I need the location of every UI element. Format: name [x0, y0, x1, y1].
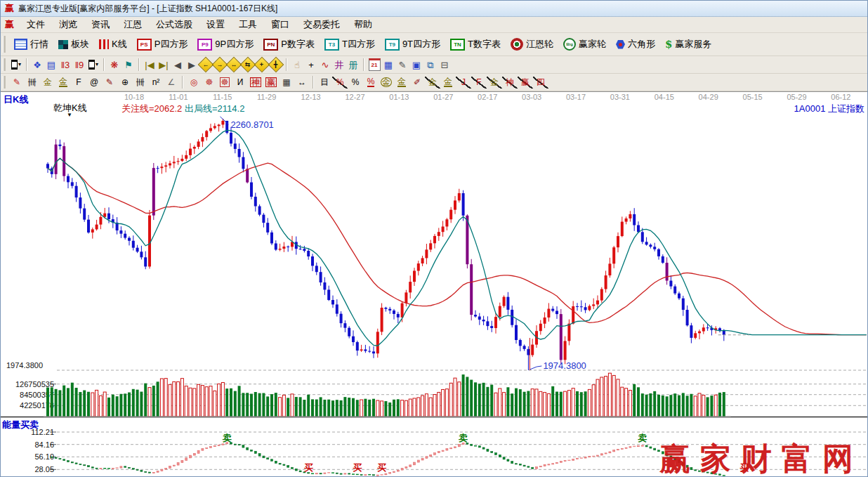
f-angle-icon[interactable]: F — [471, 77, 487, 89]
navigation-toolbar: ▾❖▤‖3‖9▾❋⚑|◀▶|◀▶←→↔⇆+╋☝+∿井册21▦✎▣⧉⊟ — [1, 56, 867, 74]
wave-mark-icon[interactable]: И — [232, 77, 248, 89]
toolbar-separator — [313, 76, 314, 89]
percent-line-icon[interactable]: % — [363, 77, 379, 89]
calendar-button[interactable]: 21 — [367, 59, 381, 71]
color-flag-icon[interactable]: ⚑ — [121, 59, 136, 71]
sector-button[interactable]: 板块 — [53, 37, 94, 52]
nine-chart-icon[interactable]: ‖9 — [72, 59, 86, 71]
p-square-button[interactable]: PSP四方形 — [132, 37, 193, 52]
hexagon-button[interactable]: 六角形 — [611, 37, 660, 52]
notes-button[interactable]: ✎ — [395, 59, 409, 71]
gold-line2-icon[interactable]: 金 — [440, 77, 456, 89]
shift-right-button[interactable]: → — [213, 59, 227, 71]
menu-item-0[interactable]: 文件 — [20, 18, 52, 30]
pen-ruler-icon[interactable]: ✎ — [102, 77, 117, 89]
percent-fan-icon[interactable]: % — [332, 77, 348, 89]
menu-item-2[interactable]: 资讯 — [84, 18, 117, 30]
compress-bars-button[interactable]: ⇆ — [241, 59, 255, 71]
n2-grid-icon[interactable]: n² — [148, 77, 164, 89]
spiral-icon[interactable]: @ — [86, 77, 102, 89]
prev-bar-button[interactable]: ◀ — [171, 59, 185, 71]
menu-item-3[interactable]: 江恩 — [117, 18, 149, 30]
ying-grid-icon[interactable]: 赢 — [263, 77, 279, 89]
gold-comb-icon[interactable]: 金 — [40, 77, 55, 89]
gold-angle-icon[interactable]: 金 — [487, 77, 502, 89]
report-icon[interactable]: ▤ — [44, 59, 58, 71]
gann-circle-icon[interactable]: ⊕ — [117, 77, 133, 89]
kline-style-dropdown[interactable]: ▾ — [9, 59, 23, 71]
p9-square-button[interactable]: P99P四方形 — [192, 37, 258, 52]
shift-left-button[interactable]: ← — [199, 59, 213, 71]
calculator-button[interactable]: ▦ — [381, 59, 395, 71]
menu-item-5[interactable]: 设置 — [199, 18, 232, 30]
shen-grid-icon[interactable]: 神 — [248, 77, 263, 89]
teal-scroll-button[interactable]: 册 — [346, 59, 360, 71]
save-button[interactable]: ▣ — [409, 59, 423, 71]
j-angle-icon[interactable]: J — [456, 77, 471, 89]
buy-signal-marker: 买 — [304, 462, 313, 473]
winner-wheel-button[interactable]: Big赢家轮 — [558, 37, 611, 52]
fib-comb-icon[interactable]: F — [71, 77, 86, 89]
chart-canvas[interactable]: 1974.38001267505358450035742250178112.21… — [1, 91, 868, 477]
span-arrows-icon[interactable]: ↔ — [294, 77, 310, 89]
gann-wheel-button[interactable]: 江恩轮 — [506, 37, 558, 52]
menu-item-7[interactable]: 窗口 — [264, 18, 296, 30]
percent-icon[interactable]: % — [348, 77, 363, 89]
si-angle-icon[interactable]: 四 — [533, 77, 548, 89]
kline-type-dropdown-icon[interactable]: ▼ — [67, 112, 72, 118]
winner-service-button[interactable]: $赢家服务 — [660, 37, 716, 52]
last-bar-button[interactable]: ▶| — [157, 59, 171, 71]
draw-pen-icon[interactable]: ✎ — [9, 77, 25, 89]
gold-line-icon[interactable]: 金 — [394, 77, 409, 89]
date-tick-label: 02-17 — [478, 93, 497, 101]
purple-grid-button[interactable]: 井 — [332, 59, 346, 71]
print-button[interactable]: ⊟ — [438, 59, 452, 71]
first-bar-button[interactable]: |◀ — [143, 59, 157, 71]
candle-type-dropdown[interactable]: ▾ — [86, 59, 100, 71]
menu-item-6[interactable]: 工具 — [232, 18, 264, 30]
next-bar-button[interactable]: ▶ — [185, 59, 199, 71]
chart-area[interactable]: 1974.38001267505358450035742250178112.21… — [1, 91, 867, 477]
menu-item-4[interactable]: 公式选股 — [149, 18, 199, 30]
angle-fan-icon[interactable]: ∠ — [164, 77, 179, 89]
three-chart-icon[interactable]: ‖3 — [58, 59, 72, 71]
depth-scale-icon[interactable]: 目 — [317, 77, 332, 89]
date-tick-label: 04-29 — [699, 93, 718, 101]
gold-circle-icon[interactable]: 金 — [379, 77, 394, 89]
brush-mark-icon[interactable]: ✐ — [409, 77, 425, 89]
menu-item-8[interactable]: 交易委托 — [296, 18, 347, 30]
formula-icon[interactable]: ❋ — [107, 59, 121, 71]
measure-button[interactable]: ∿ — [318, 59, 332, 71]
zoom-horizontal-button[interactable]: ↔ — [227, 59, 241, 71]
time-comb-icon[interactable]: 卌 — [25, 77, 40, 89]
t-number-button[interactable]: TNT数字表 — [445, 37, 506, 52]
indicator-label[interactable]: 能量买卖 — [2, 419, 39, 431]
target-circle-icon[interactable]: ◎ — [186, 77, 202, 89]
toolbar-button-label: P数字表 — [281, 38, 315, 51]
menu-item-1[interactable]: 浏览 — [52, 18, 84, 30]
toolbar-button-label: 六角形 — [628, 38, 655, 51]
t9-square-button[interactable]: T99T四方形 — [380, 37, 445, 52]
toolbar-grip — [3, 36, 6, 52]
comb-icon[interactable]: 卌 — [133, 77, 148, 89]
expand-all-button[interactable]: ╋ — [269, 59, 283, 71]
crosshair-button[interactable]: + — [304, 59, 318, 71]
child-window-icon[interactable]: 赢 — [1, 18, 20, 31]
ying-angle-icon[interactable]: 赢 — [518, 77, 533, 89]
expand-bars-button[interactable]: + — [255, 59, 269, 71]
shen-angle-icon[interactable]: 神 — [502, 77, 518, 89]
p-number-button[interactable]: PNP数字表 — [258, 37, 320, 52]
gold-comb2-icon[interactable]: 金 — [55, 77, 71, 89]
cube-tool-icon[interactable]: ❖ — [30, 59, 44, 71]
quote-button[interactable]: 行情 — [9, 37, 53, 52]
t-square-button[interactable]: T3T四方形 — [320, 37, 380, 52]
drag-hand-button[interactable]: ☝ — [290, 59, 304, 71]
gann-web-icon[interactable]: ☸ — [202, 77, 217, 89]
menu-item-9[interactable]: 帮助 — [347, 18, 379, 30]
toolbar-separator — [26, 58, 27, 71]
gold-wave-icon[interactable]: 金 — [425, 77, 440, 89]
gann-web-box-icon[interactable]: ☸ — [217, 77, 232, 89]
number-grid-icon[interactable]: ▦ — [279, 77, 294, 89]
network-button[interactable]: ⧉ — [423, 59, 438, 71]
kline-button[interactable]: K线 — [94, 37, 132, 52]
